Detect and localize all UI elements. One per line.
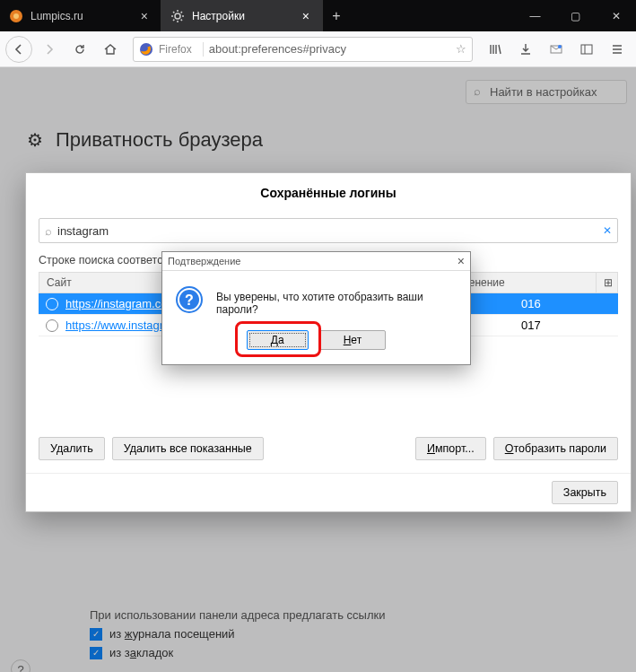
dialog-title: Сохранённые логины — [26, 186, 631, 200]
svg-point-1 — [13, 13, 19, 19]
dialog-buttons: Удалить Удалить все показанные Импорт...… — [39, 437, 618, 460]
bookmark-star-icon[interactable]: ☆ — [456, 42, 466, 56]
site-link[interactable]: https://instagram.com — [65, 297, 177, 310]
menu-button[interactable] — [604, 36, 631, 63]
back-button[interactable] — [5, 36, 32, 63]
svg-point-5 — [558, 45, 562, 48]
yes-button[interactable]: Да — [247, 330, 309, 350]
svg-rect-6 — [581, 45, 592, 54]
tab-settings[interactable]: Настройки × — [161, 0, 323, 31]
search-value: instagram — [57, 224, 603, 238]
confirm-title-text: Подтверждение — [168, 256, 240, 266]
close-button[interactable]: Закрыть — [552, 481, 618, 504]
show-passwords-button[interactable]: Отобразить пароли — [493, 437, 618, 460]
search-icon: ⌕ — [45, 224, 52, 238]
svg-point-2 — [175, 13, 180, 19]
clear-search-icon[interactable]: ✕ — [603, 224, 612, 237]
logins-search[interactable]: ⌕ instagram ✕ — [39, 218, 618, 243]
confirm-titlebar: Подтверждение × — [162, 252, 470, 271]
firefox-icon — [139, 42, 153, 57]
favicon-lumpics — [9, 9, 23, 23]
mail-icon[interactable] — [543, 36, 570, 63]
reload-button[interactable] — [66, 36, 93, 63]
close-icon[interactable]: × — [457, 254, 465, 268]
sidebar-icon[interactable] — [573, 36, 600, 63]
modified-cell: 016 — [521, 297, 611, 310]
titlebar: Lumpics.ru × Настройки × + — ▢ ✕ — [0, 0, 636, 31]
globe-icon — [46, 319, 58, 332]
download-icon[interactable] — [512, 36, 539, 63]
close-icon[interactable]: × — [299, 9, 313, 23]
import-button[interactable]: Импорт... — [415, 437, 486, 460]
url-text: about:preferences#privacy — [209, 42, 456, 56]
window-controls: — ▢ ✕ — [515, 0, 636, 31]
minimize-button[interactable]: — — [515, 0, 555, 31]
identity-label: Firefox — [159, 43, 192, 56]
close-window-button[interactable]: ✕ — [596, 0, 636, 31]
toolbar: Firefox about:preferences#privacy ☆ — [0, 31, 636, 67]
library-icon[interactable] — [482, 36, 509, 63]
tab-lumpics[interactable]: Lumpics.ru × — [0, 0, 161, 31]
delete-all-button[interactable]: Удалить все показанные — [112, 437, 264, 460]
close-icon[interactable]: × — [137, 9, 152, 23]
confirm-dialog: Подтверждение × ? Вы уверены, что хотите… — [161, 251, 471, 365]
forward-button[interactable] — [36, 36, 63, 63]
modified-cell: 017 — [521, 319, 611, 332]
question-icon: ? — [175, 285, 204, 314]
col-config-icon[interactable]: ⊞ — [596, 273, 617, 292]
tab-label: Настройки — [192, 10, 245, 22]
confirm-message: Вы уверены, что хотите отобразить ваши п… — [216, 285, 457, 316]
new-tab-button[interactable]: + — [323, 0, 350, 31]
home-button[interactable] — [97, 36, 124, 63]
svg-text:?: ? — [185, 292, 194, 308]
urlbar[interactable]: Firefox about:preferences#privacy ☆ — [133, 37, 473, 62]
gear-icon — [170, 9, 185, 23]
separator — [203, 42, 204, 57]
delete-button[interactable]: Удалить — [39, 437, 105, 460]
tab-label: Lumpics.ru — [30, 10, 83, 22]
maximize-button[interactable]: ▢ — [555, 0, 596, 31]
globe-icon — [46, 298, 58, 310]
no-button[interactable]: Нет — [319, 330, 386, 350]
